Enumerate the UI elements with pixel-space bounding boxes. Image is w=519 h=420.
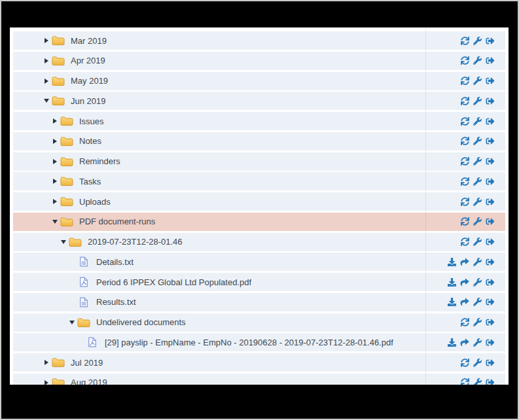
share-icon[interactable]: [460, 258, 469, 266]
sign-out-icon[interactable]: [486, 359, 495, 367]
wrench-icon[interactable]: [473, 97, 482, 105]
caret-expanded-icon[interactable]: [50, 220, 60, 224]
refresh-icon[interactable]: [461, 177, 469, 186]
wrench-icon[interactable]: [473, 117, 482, 126]
tree-row-label[interactable]: Undelivered documents: [96, 317, 186, 327]
sign-out-icon[interactable]: [486, 56, 495, 65]
wrench-icon[interactable]: [473, 157, 482, 166]
refresh-icon[interactable]: [461, 198, 469, 206]
tree-row-label[interactable]: Details.txt: [96, 257, 134, 267]
caret-expanded-icon[interactable]: [67, 321, 77, 324]
sign-out-icon[interactable]: [486, 157, 495, 166]
tree-row[interactable]: 2019-07-23T12-28-01.46: [13, 233, 505, 251]
wrench-icon[interactable]: [473, 56, 482, 65]
wrench-icon[interactable]: [473, 359, 482, 367]
sign-out-icon[interactable]: [486, 278, 495, 287]
tree-row-label[interactable]: Notes: [79, 136, 101, 146]
refresh-icon[interactable]: [461, 318, 469, 326]
tree-row[interactable]: Aug 2019: [13, 374, 505, 385]
share-icon[interactable]: [460, 338, 469, 347]
wrench-icon[interactable]: [473, 378, 482, 385]
sign-out-icon[interactable]: [486, 137, 495, 145]
caret-collapsed-icon[interactable]: [41, 380, 52, 385]
caret-collapsed-icon[interactable]: [50, 199, 60, 204]
wrench-icon[interactable]: [473, 258, 482, 266]
wrench-icon[interactable]: [473, 338, 482, 347]
tree-row[interactable]: Apr 2019: [13, 52, 505, 70]
caret-expanded-icon[interactable]: [41, 99, 52, 103]
download-icon[interactable]: [448, 278, 456, 287]
sign-out-icon[interactable]: [486, 298, 495, 306]
share-icon[interactable]: [460, 298, 469, 306]
tree-row[interactable]: Results.txt: [13, 293, 505, 311]
refresh-icon[interactable]: [461, 37, 469, 45]
sign-out-icon[interactable]: [486, 318, 495, 326]
tree-row-label[interactable]: Jul 2019: [71, 358, 103, 368]
caret-collapsed-icon[interactable]: [50, 159, 60, 164]
tree-row[interactable]: Notes: [13, 132, 505, 150]
tree-row-label[interactable]: Mar 2019: [71, 36, 107, 46]
tree-row-label[interactable]: Uploads: [79, 197, 111, 207]
tree-row[interactable]: Jun 2019: [13, 92, 505, 110]
tree-row[interactable]: [29] payslip - EmpName - EmpNo - 2019062…: [13, 333, 505, 351]
sign-out-icon[interactable]: [486, 177, 495, 186]
tree-row[interactable]: Uploads: [13, 192, 505, 211]
tree-row-label[interactable]: 2019-07-23T12-28-01.46: [88, 237, 183, 247]
tree-row[interactable]: Details.txt: [13, 253, 505, 271]
caret-collapsed-icon[interactable]: [50, 139, 60, 144]
tree-row-label[interactable]: Results.txt: [96, 297, 136, 307]
tree-row-label[interactable]: May 2019: [71, 76, 108, 86]
sign-out-icon[interactable]: [486, 198, 495, 206]
refresh-icon[interactable]: [461, 97, 469, 105]
wrench-icon[interactable]: [473, 77, 482, 85]
refresh-icon[interactable]: [461, 137, 469, 145]
tree-row[interactable]: Period 6 IPPEX Global Ltd Populated.pdf: [13, 273, 505, 291]
sign-out-icon[interactable]: [486, 378, 495, 385]
wrench-icon[interactable]: [473, 177, 482, 186]
share-icon[interactable]: [460, 278, 469, 287]
tree-row[interactable]: Undelivered documents: [13, 313, 505, 332]
tree-row[interactable]: Reminders: [13, 152, 505, 171]
sign-out-icon[interactable]: [486, 217, 495, 226]
refresh-icon[interactable]: [461, 117, 469, 126]
caret-expanded-icon[interactable]: [58, 240, 69, 244]
tree-row[interactable]: May 2019: [13, 72, 505, 90]
refresh-icon[interactable]: [461, 157, 469, 166]
tree-row[interactable]: Tasks: [13, 172, 505, 190]
refresh-icon[interactable]: [461, 56, 469, 65]
tree-row-label[interactable]: Apr 2019: [71, 56, 105, 65]
download-icon[interactable]: [448, 298, 456, 306]
caret-collapsed-icon[interactable]: [41, 58, 52, 63]
caret-collapsed-icon[interactable]: [41, 360, 52, 365]
download-icon[interactable]: [448, 338, 456, 347]
sign-out-icon[interactable]: [486, 237, 495, 246]
wrench-icon[interactable]: [473, 217, 482, 226]
tree-row-label[interactable]: Aug 2019: [71, 377, 107, 385]
tree-row-label[interactable]: PDF document-runs: [79, 217, 155, 226]
wrench-icon[interactable]: [473, 137, 482, 145]
wrench-icon[interactable]: [473, 298, 482, 306]
download-icon[interactable]: [448, 258, 456, 266]
wrench-icon[interactable]: [473, 318, 482, 326]
sign-out-icon[interactable]: [486, 77, 495, 85]
sign-out-icon[interactable]: [486, 258, 495, 266]
refresh-icon[interactable]: [461, 237, 469, 246]
wrench-icon[interactable]: [473, 237, 482, 246]
sign-out-icon[interactable]: [486, 117, 495, 126]
refresh-icon[interactable]: [461, 359, 469, 367]
tree-row-label[interactable]: Reminders: [79, 156, 120, 166]
caret-collapsed-icon[interactable]: [50, 179, 60, 184]
sign-out-icon[interactable]: [486, 338, 495, 347]
wrench-icon[interactable]: [473, 198, 482, 206]
caret-collapsed-icon[interactable]: [50, 118, 60, 124]
sign-out-icon[interactable]: [486, 97, 495, 105]
refresh-icon[interactable]: [461, 77, 469, 85]
tree-row-label[interactable]: Period 6 IPPEX Global Ltd Populated.pdf: [96, 277, 251, 287]
caret-collapsed-icon[interactable]: [41, 38, 52, 43]
tree-row-label[interactable]: Tasks: [79, 177, 101, 186]
wrench-icon[interactable]: [473, 37, 482, 45]
caret-collapsed-icon[interactable]: [41, 79, 52, 84]
refresh-icon[interactable]: [461, 378, 469, 385]
tree-row-label[interactable]: Issues: [79, 116, 104, 126]
tree-row[interactable]: Issues: [13, 112, 505, 130]
